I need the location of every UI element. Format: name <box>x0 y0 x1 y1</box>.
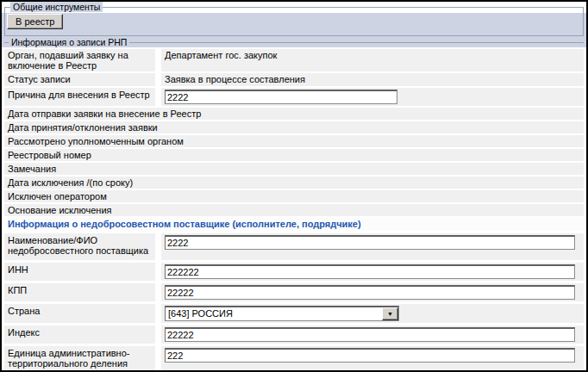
field-value <box>161 263 584 281</box>
field-label: Рассмотрено уполномоченным органом <box>4 135 584 147</box>
field-value: Заявка в процессе составления <box>161 73 584 86</box>
form-row: КПП <box>4 283 584 301</box>
form-row: Страна [643] РОССИЯ ▼ <box>4 304 584 323</box>
rnp-record-page: Общие инструменты В реестр Информация о … <box>0 0 588 372</box>
record-info-group-header: Информация о записи РНП <box>4 37 584 47</box>
field-label: Дата принятия/отклонения заявки <box>4 121 584 133</box>
field-value <box>161 233 584 260</box>
form-row: Причина для внесения в Реестр <box>4 88 584 106</box>
form-row: Дата отправки заявки на внесение в Реест… <box>4 108 584 120</box>
field-value <box>161 326 584 344</box>
kpp-input[interactable] <box>165 285 575 300</box>
field-label: Орган, подавший заявку на включение в Ре… <box>4 49 155 71</box>
field-value <box>161 346 584 370</box>
supplier-name-input[interactable] <box>165 235 575 250</box>
form-row: Дата исключения /(по сроку) <box>4 177 584 189</box>
record-info-section: Орган, подавший заявку на включение в Ре… <box>4 49 584 216</box>
form-row: Орган, подавший заявку на включение в Ре… <box>4 49 584 71</box>
field-label: Статус записи <box>4 73 155 86</box>
field-label: КПП <box>4 283 155 301</box>
common-tools-group: Общие инструменты В реестр <box>4 13 584 36</box>
field-label: Индекс <box>4 326 155 344</box>
field-label: Единица административно-территориального… <box>4 346 155 370</box>
form-row: Реестровый номер <box>4 149 584 161</box>
field-value: [643] РОССИЯ ▼ <box>161 304 584 323</box>
field-value <box>161 283 584 301</box>
form-row: Исключен оператором <box>4 190 584 202</box>
rnp-form: Орган, подавший заявку на включение в Ре… <box>2 47 586 372</box>
field-label: Замечания <box>4 163 584 175</box>
supplier-info-section: Наименование/ФИО недобросовестного поста… <box>4 233 584 372</box>
form-row: Единица административно-территориального… <box>4 346 584 370</box>
form-row: Рассмотрено уполномоченным органом <box>4 135 584 147</box>
field-label: Наименование/ФИО недобросовестного поста… <box>4 233 155 260</box>
form-row: Замечания <box>4 163 584 175</box>
inn-input[interactable] <box>165 264 575 279</box>
form-row: Наименование/ФИО недобросовестного поста… <box>4 233 584 260</box>
field-label: Дата отправки заявки на внесение в Реест… <box>4 108 584 120</box>
postal-index-input[interactable] <box>165 327 575 342</box>
form-row: Индекс <box>4 326 584 344</box>
form-row: Основание исключения <box>4 204 584 216</box>
field-value: Департамент гос. закупок <box>161 49 584 71</box>
record-status-value: Заявка в процессе составления <box>165 74 580 85</box>
common-tools-legend: Общие инструменты <box>10 2 103 12</box>
field-label: Страна <box>4 304 155 323</box>
ato-unit-input[interactable] <box>165 348 575 363</box>
field-label: Реестровый номер <box>4 149 584 161</box>
to-registry-button[interactable]: В реестр <box>7 14 63 29</box>
field-label: ИНН <box>4 263 155 281</box>
record-info-legend: Информация о записи РНП <box>9 37 129 47</box>
dropdown-arrow-icon[interactable]: ▼ <box>382 307 398 320</box>
field-label: Дата исключения /(по сроку) <box>4 177 584 189</box>
form-row: Статус записи Заявка в процессе составле… <box>4 73 584 86</box>
supplier-section-header: Информация о недобросовестном поставщике… <box>4 218 584 231</box>
form-row: ИНН <box>4 263 584 281</box>
field-label: Причина для внесения в Реестр <box>4 88 155 106</box>
form-row: Дата принятия/отклонения заявки <box>4 121 584 133</box>
country-select[interactable]: [643] РОССИЯ ▼ <box>165 306 399 321</box>
top-toolbar-band: Общие инструменты В реестр Информация о … <box>2 13 586 47</box>
country-select-value: [643] РОССИЯ <box>166 307 382 320</box>
applicant-org-value: Департамент гос. закупок <box>165 50 580 61</box>
field-value <box>161 88 584 106</box>
reason-input[interactable] <box>165 90 397 104</box>
field-label: Исключен оператором <box>4 190 584 202</box>
field-label: Основание исключения <box>4 204 584 216</box>
